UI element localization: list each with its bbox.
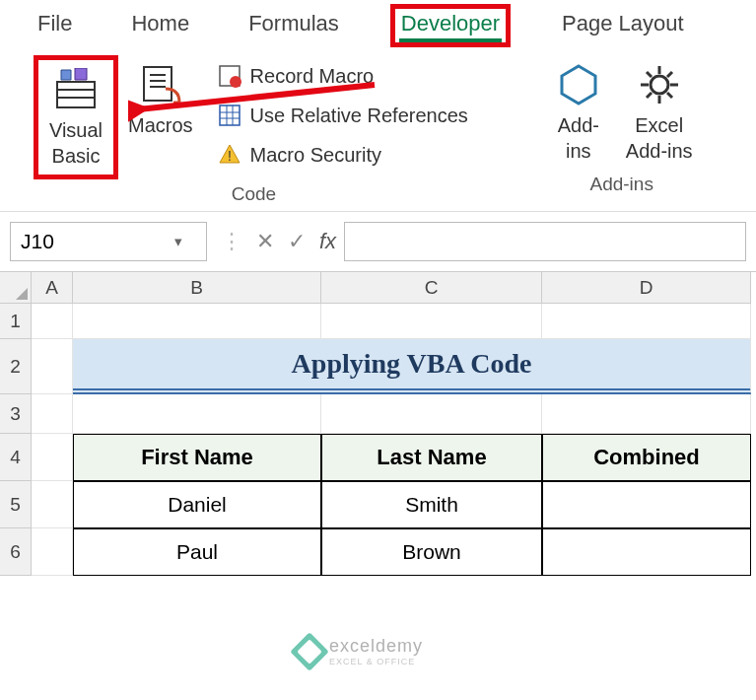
header-first-name[interactable]: First Name bbox=[73, 434, 321, 481]
name-box-input[interactable] bbox=[11, 230, 159, 253]
watermark-sub: EXCEL & OFFICE bbox=[329, 657, 423, 666]
cell[interactable] bbox=[73, 304, 321, 339]
cell[interactable] bbox=[32, 394, 73, 434]
group-addins: Add- ins Excel Add-ins Add-ins bbox=[527, 55, 717, 211]
col-header-b[interactable]: B bbox=[73, 272, 321, 304]
annotation-arrow bbox=[128, 75, 384, 124]
formula-bar-row: ▾ ⋮ ✕ ✓ fx bbox=[0, 212, 756, 272]
tab-home[interactable]: Home bbox=[123, 7, 197, 44]
ribbon-tabs: File Home Formulas Developer Page Layout bbox=[0, 0, 756, 47]
cell[interactable] bbox=[542, 304, 751, 339]
cell[interactable] bbox=[32, 434, 73, 481]
chevron-down-icon[interactable]: ▾ bbox=[159, 233, 198, 250]
row-header-4[interactable]: 4 bbox=[0, 434, 32, 481]
macro-security-button[interactable]: ! Macro Security bbox=[211, 138, 474, 172]
tab-formulas[interactable]: Formulas bbox=[241, 7, 347, 44]
tab-file[interactable]: File bbox=[30, 7, 80, 44]
data-cell[interactable]: Brown bbox=[321, 528, 542, 576]
svg-line-22 bbox=[667, 93, 672, 98]
fx-icon[interactable]: fx bbox=[319, 229, 336, 254]
hexagon-icon bbox=[551, 61, 606, 108]
col-header-d[interactable]: D bbox=[542, 272, 751, 304]
macro-security-label: Macro Security bbox=[250, 144, 381, 167]
warning-icon: ! bbox=[217, 142, 242, 168]
watermark: exceldemy EXCEL & OFFICE bbox=[296, 636, 423, 666]
divider: ⋮ bbox=[215, 229, 248, 254]
gear-icon bbox=[632, 61, 687, 108]
header-combined[interactable]: Combined bbox=[542, 434, 751, 481]
row-header-2[interactable]: 2 bbox=[0, 339, 32, 394]
visual-basic-icon bbox=[48, 66, 103, 113]
cell[interactable] bbox=[32, 528, 73, 576]
visual-basic-button[interactable]: Visual Basic bbox=[34, 55, 118, 179]
svg-rect-1 bbox=[57, 82, 95, 107]
data-cell[interactable] bbox=[542, 528, 751, 576]
header-last-name[interactable]: Last Name bbox=[321, 434, 542, 481]
title-cell[interactable]: Applying VBA Code bbox=[73, 339, 751, 394]
excel-addins-button[interactable]: Excel Add-ins bbox=[616, 55, 703, 170]
group-code-label: Code bbox=[232, 183, 276, 205]
data-cell[interactable]: Daniel bbox=[73, 481, 321, 528]
select-all-corner[interactable] bbox=[0, 272, 32, 304]
cell[interactable] bbox=[73, 394, 321, 434]
visual-basic-label: Visual Basic bbox=[49, 117, 103, 169]
row-header-5[interactable]: 5 bbox=[0, 481, 32, 528]
tab-developer[interactable]: Developer bbox=[390, 4, 511, 47]
group-addins-label: Add-ins bbox=[589, 174, 653, 195]
row-header-3[interactable]: 3 bbox=[0, 394, 32, 434]
data-cell[interactable]: Smith bbox=[321, 481, 542, 528]
data-cell[interactable]: Paul bbox=[73, 528, 321, 576]
col-header-c[interactable]: C bbox=[321, 272, 542, 304]
ribbon: Visual Basic Macros bbox=[0, 47, 756, 212]
cell[interactable] bbox=[321, 394, 542, 434]
formula-input[interactable] bbox=[344, 222, 746, 261]
svg-text:!: ! bbox=[228, 148, 232, 164]
tab-page-layout[interactable]: Page Layout bbox=[554, 7, 692, 44]
cell[interactable] bbox=[32, 481, 73, 528]
cell[interactable] bbox=[32, 304, 73, 339]
svg-line-23 bbox=[647, 93, 652, 98]
svg-line-0 bbox=[138, 85, 375, 109]
addins-button[interactable]: Add- ins bbox=[541, 55, 616, 170]
name-box[interactable]: ▾ bbox=[10, 222, 207, 261]
enter-icon[interactable]: ✓ bbox=[288, 229, 306, 254]
excel-addins-label: Excel Add-ins bbox=[626, 112, 693, 164]
watermark-text: exceldemy bbox=[329, 636, 423, 657]
svg-line-21 bbox=[647, 72, 652, 77]
data-cell[interactable] bbox=[542, 481, 751, 528]
svg-line-24 bbox=[667, 72, 672, 77]
row-header-1[interactable]: 1 bbox=[0, 304, 32, 339]
svg-point-16 bbox=[651, 76, 668, 94]
cell[interactable] bbox=[321, 304, 542, 339]
sheet: A B C D 1 2 3 4 5 6 Applying VBA Code bbox=[0, 272, 756, 576]
row-header-6[interactable]: 6 bbox=[0, 528, 32, 576]
cell[interactable] bbox=[32, 339, 73, 394]
col-header-a[interactable]: A bbox=[32, 272, 73, 304]
cancel-icon[interactable]: ✕ bbox=[256, 229, 274, 254]
watermark-logo bbox=[290, 632, 329, 671]
addins-label: Add- ins bbox=[558, 112, 599, 164]
cell[interactable] bbox=[542, 394, 751, 434]
